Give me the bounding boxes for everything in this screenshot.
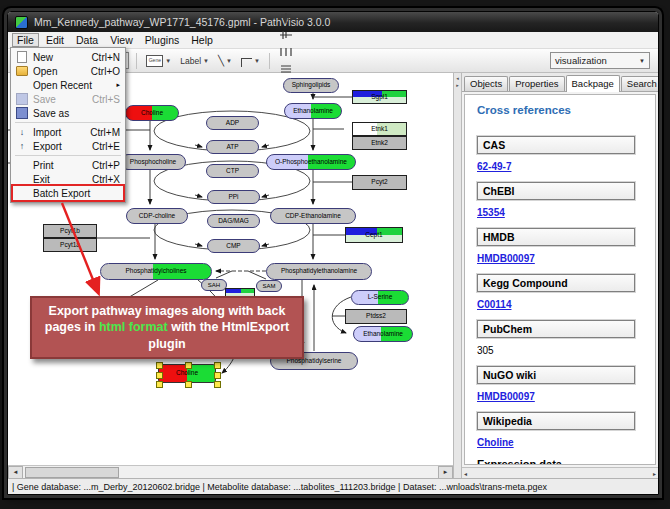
gene-node-pcyt1a[interactable]: Pcyt1a	[43, 238, 97, 252]
selection-handle[interactable]	[214, 362, 221, 369]
metabolite-node-phosphatidylethanolamine[interactable]: Phosphatidylethanolamine	[266, 263, 372, 280]
node-label: SAH	[208, 282, 220, 288]
metabolite-node-cmp[interactable]: CMP	[207, 239, 260, 253]
menu-item-save[interactable]: SaveCtrl+S	[13, 92, 123, 106]
panel-horizontal-scrollbar[interactable]: ◂ ▸	[462, 467, 658, 478]
metabolite-node-ctp[interactable]: CTP	[206, 164, 259, 178]
xref-link[interactable]: Choline	[477, 437, 514, 448]
metabolite-node-sphingolipids[interactable]: Sphingolipids	[283, 78, 339, 93]
gene-node-sgpl1[interactable]: Sgpl1	[352, 90, 407, 104]
menu-item-open-recent[interactable]: Open Recent▸	[13, 78, 123, 92]
gene-node-etnk2[interactable]: Etnk2	[352, 136, 407, 150]
scroll-right-icon[interactable]: ▸	[653, 470, 656, 477]
xref-value: HMDB00097	[477, 391, 655, 402]
metabolite-node-atp[interactable]: ATP	[206, 140, 259, 154]
submenu-arrow-icon: ▸	[116, 81, 120, 89]
align-horizontal-center-button[interactable]	[277, 11, 295, 27]
metabolite-node-ppi[interactable]: PPi	[207, 190, 260, 204]
menu-item-open[interactable]: OpenCtrl+O	[13, 64, 123, 78]
xref-value: 15354	[477, 207, 655, 218]
menu-item-save-as[interactable]: Save as	[13, 106, 123, 120]
scrollbar-thumb[interactable]	[25, 467, 119, 478]
xref-link[interactable]: 15354	[477, 207, 505, 218]
visualization-combobox[interactable]: visualization ▼	[550, 52, 650, 69]
align-vertical-center-button[interactable]	[277, 27, 295, 44]
metabolite-node-ethanolamine[interactable]: Ethanolamine	[353, 326, 413, 342]
xref-link[interactable]: HMDB00097	[477, 253, 535, 264]
metabolite-node-cdp-choline[interactable]: CDP-choline	[126, 208, 188, 224]
xref-link[interactable]: C00114	[477, 299, 511, 310]
menu-separator	[15, 155, 121, 156]
node-label: Choline	[141, 110, 163, 117]
tab-objects[interactable]: Objects	[464, 76, 508, 91]
menu-edit[interactable]: Edit	[41, 33, 69, 47]
metabolite-node-sam[interactable]: SAM	[256, 280, 282, 292]
no	[16, 188, 28, 199]
menu-item-batch-export[interactable]: Batch Export	[13, 186, 123, 200]
menu-file[interactable]: File	[12, 33, 39, 47]
selection-handle[interactable]	[156, 372, 163, 379]
metabolite-node-phosphocholine[interactable]: Phosphocholine	[120, 154, 186, 170]
gene-node-etnk1[interactable]: Etnk1	[352, 122, 407, 136]
menu-item-exit[interactable]: ExitCtrl+X	[13, 172, 123, 186]
line-tool-button[interactable]: ╲ ▼	[216, 52, 234, 69]
scroll-left-icon[interactable]: ◂	[464, 470, 467, 477]
selection-handle[interactable]	[185, 362, 192, 369]
metabolite-node-choline[interactable]: Choline	[158, 364, 216, 383]
distribute-horizontal-button[interactable]	[277, 44, 295, 61]
selection-handle[interactable]	[214, 372, 221, 379]
xref-section-header: NuGO wiki	[477, 366, 635, 384]
gene-node-pcyt2[interactable]: Pcyt2	[352, 175, 407, 190]
menu-view[interactable]: View	[105, 33, 138, 47]
xref-section-header: ChEBI	[477, 182, 635, 200]
splitter-collapse-left-icon[interactable]: ◂	[456, 75, 459, 81]
selection-handle[interactable]	[156, 362, 163, 369]
selection-handle[interactable]	[156, 381, 163, 388]
gene-node-pcyt1b[interactable]: Pcyt1b	[43, 224, 97, 238]
splitter-collapse-right-icon[interactable]: ▸	[456, 82, 459, 88]
selection-handle[interactable]	[185, 381, 192, 388]
menu-item-export[interactable]: ↑ExportCtrl+E	[13, 139, 123, 153]
metabolite-node-ethanolamine[interactable]: Ethanolamine	[284, 103, 342, 119]
toolbar-separator	[269, 53, 270, 69]
xref-link[interactable]: 62-49-7	[477, 161, 511, 172]
scroll-left-icon[interactable]: ◄	[8, 466, 23, 479]
metabolite-node-dag-mag[interactable]: DAG/MAG	[207, 214, 260, 228]
menu-item-new[interactable]: NewCtrl+N	[13, 50, 123, 64]
gene-datanode-tool-button[interactable]: Gene ▼	[144, 52, 173, 69]
canvas-horizontal-scrollbar[interactable]: ◄ ►	[8, 465, 453, 478]
xref-section-header: CAS	[477, 136, 635, 154]
tab-backpage[interactable]: Backpage	[566, 75, 620, 92]
gene-node-cept1[interactable]: Cept1	[345, 227, 403, 243]
metabolite-node-o-phosphoethanolamine[interactable]: O-Phosphoethanolamine	[266, 154, 356, 170]
metabolite-node-adp[interactable]: ADP	[206, 116, 259, 130]
status-bar: | Gene database: ...m_Derby_20120602.bri…	[8, 478, 658, 494]
gene-node-ptdss2[interactable]: Ptdss2	[345, 309, 407, 324]
selection-handle[interactable]	[214, 381, 221, 388]
metabolite-node-l-serine[interactable]: L-Serine	[351, 290, 409, 305]
label-tool-button[interactable]: Label ▼	[178, 52, 211, 69]
menu-item-label: Save as	[33, 108, 69, 119]
save-icon	[16, 94, 28, 105]
menu-data[interactable]: Data	[71, 33, 103, 47]
menu-item-print[interactable]: PrintCtrl+P	[13, 158, 123, 172]
tab-search[interactable]: Search	[621, 76, 659, 91]
no	[16, 80, 28, 91]
menu-help[interactable]: Help	[186, 33, 218, 47]
metabolite-node-cdp-ethanolamine[interactable]: CDP-Ethanolamine	[270, 208, 356, 224]
node-label: ATP	[226, 144, 238, 151]
tab-properties[interactable]: Properties	[509, 76, 564, 91]
metabolite-node-phosphatidylcholines[interactable]: Phosphatidylcholines	[100, 263, 212, 280]
gene-datanode-icon: Gene	[146, 55, 163, 67]
title-bar[interactable]: Mm_Kennedy_pathway_WP1771_45176.gpml - P…	[8, 12, 658, 32]
xref-link[interactable]: HMDB00097	[477, 391, 535, 402]
menu-plugins[interactable]: Plugins	[140, 33, 184, 47]
panel-splitter[interactable]: ◂ ▸	[453, 73, 462, 478]
metabolite-node-sah[interactable]: SAH	[201, 279, 227, 291]
metabolite-node-choline[interactable]: Choline	[125, 105, 179, 121]
connector-tool-icon	[241, 58, 252, 67]
connector-tool-button[interactable]: ▼	[239, 52, 262, 69]
scroll-right-icon[interactable]: ►	[438, 466, 453, 479]
menu-item-import[interactable]: ↓ImportCtrl+M	[13, 125, 123, 139]
open-icon	[16, 66, 28, 77]
